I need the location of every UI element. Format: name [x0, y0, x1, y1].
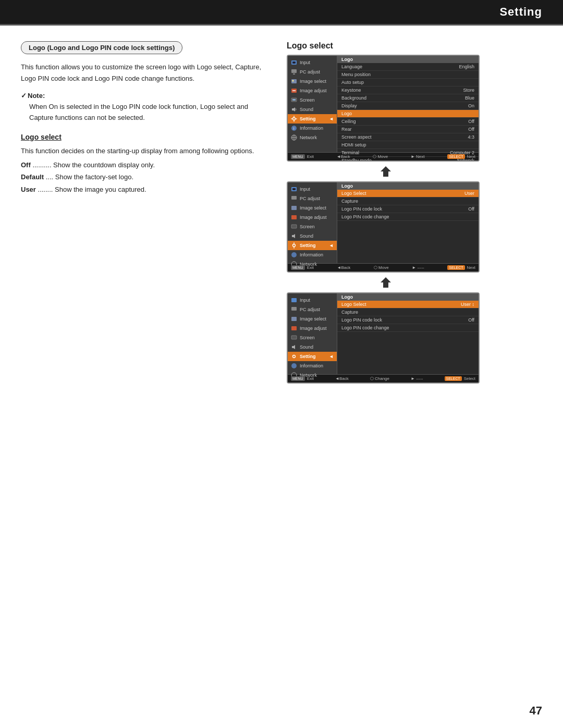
svg-rect-2	[291, 69, 297, 73]
sidebar-information: i Information	[288, 124, 337, 133]
svg-rect-27	[291, 225, 297, 228]
svg-rect-13	[293, 121, 295, 122]
note-label: Note:	[21, 92, 271, 100]
s2-sound: Sound	[288, 231, 337, 241]
sidebar-network: Network	[288, 133, 337, 142]
proj-menu-title-1: Logo	[337, 56, 479, 63]
proj-main-3: Logo Logo Select User ↕ Capture Logo PIN…	[337, 293, 479, 374]
svg-rect-15	[296, 118, 297, 119]
svg-point-42	[291, 363, 297, 368]
svg-marker-21	[381, 166, 391, 177]
s3-input: Input	[288, 295, 337, 305]
svg-rect-38	[291, 326, 297, 330]
svg-point-5	[292, 80, 294, 82]
row-logo-highlighted: Logo	[337, 110, 479, 118]
svg-rect-30	[293, 243, 295, 244]
svg-point-41	[293, 355, 296, 358]
right-label: Logo select	[287, 41, 485, 51]
s3-setting-active: Setting ◄	[288, 352, 337, 361]
sidebar-sound: Sound	[288, 105, 337, 114]
s2-screen: Screen	[288, 222, 337, 231]
row-screen-aspect: Screen aspect 4:3	[337, 133, 479, 141]
row-menu-position: Menu position	[337, 71, 479, 79]
s2-row-pin-lock: Logo PIN code lock Off	[337, 205, 479, 213]
projector-screen-1: Input PC adjust Image select Image adjus…	[287, 55, 480, 162]
svg-rect-12	[293, 116, 295, 117]
page-number: 47	[530, 704, 542, 718]
s2-image-adjust: Image adjust	[288, 213, 337, 222]
svg-rect-25	[291, 206, 297, 210]
row-auto-setup: Auto setup	[337, 79, 479, 87]
sidebar-screen: Screen	[288, 95, 337, 105]
s2-row-capture: Capture	[337, 198, 479, 205]
s3-screen: Screen	[288, 333, 337, 342]
section-title-box: Logo (Logo and Logo PIN code lock settin…	[21, 41, 182, 54]
svg-rect-37	[291, 317, 297, 321]
svg-rect-39	[291, 336, 297, 339]
svg-marker-40	[292, 345, 295, 349]
svg-rect-26	[291, 215, 297, 219]
note-text: When On is selected in the Logo PIN code…	[29, 102, 271, 124]
logo-select-subheading: Logo select	[21, 133, 271, 141]
page-header: Setting	[0, 0, 563, 24]
s3-row-logo-select: Logo Select User ↕	[337, 301, 479, 309]
svg-rect-23	[292, 188, 296, 190]
s3-sound: Sound	[288, 342, 337, 352]
proj-sidebar-3: Input PC adjust Image select Image adjus…	[288, 293, 337, 374]
right-column: Logo select Input PC adjust Image	[287, 41, 485, 384]
svg-marker-28	[292, 234, 295, 238]
logo-option-user: User ........ Show the image you capture…	[21, 183, 271, 195]
svg-rect-14	[291, 118, 292, 119]
proj-sidebar-1: Input PC adjust Image select Image adjus…	[288, 56, 337, 152]
sidebar-image-adjust: Image adjust	[288, 86, 337, 95]
svg-point-32	[291, 252, 297, 257]
projector-screen-2: Input PC adjust Image select Image adjus…	[287, 181, 480, 273]
s2-row-pin-change: Logo PIN code change	[337, 213, 479, 221]
proj-menu-title-3-logo: Logo	[337, 293, 479, 301]
logo-option-off: Off .......... Show the countdown displa…	[21, 159, 271, 171]
svg-rect-3	[293, 73, 295, 75]
proj-inner-3: Input PC adjust Image select Image adjus…	[288, 293, 479, 374]
s3-row-pin-lock: Logo PIN code lock Off	[337, 316, 479, 324]
svg-point-11	[293, 118, 296, 120]
s2-image-select: Image select	[288, 203, 337, 213]
left-column: Logo (Logo and Logo PIN code lock settin…	[21, 41, 271, 384]
row-hdmi: HDMI setup	[337, 141, 479, 149]
section-body: This function allows you to customize th…	[21, 61, 271, 84]
svg-marker-34	[381, 277, 391, 288]
sidebar-image-select: Image select	[288, 77, 337, 86]
sidebar-pc-adjust: PC adjust	[288, 67, 337, 77]
sidebar-setting-active: Setting ◄	[288, 114, 337, 124]
s2-row-logo-select: Logo Select User	[337, 190, 479, 198]
s3-row-capture: Capture	[337, 309, 479, 316]
s2-information: Information	[288, 250, 337, 260]
s3-row-pin-change: Logo PIN code change	[337, 324, 479, 332]
svg-point-29	[293, 244, 296, 247]
logo-options: Off .......... Show the countdown displa…	[21, 159, 271, 195]
row-display: Display On	[337, 102, 479, 110]
proj-sidebar-2: Input PC adjust Image select Image adjus…	[288, 182, 337, 263]
svg-rect-36	[291, 307, 297, 311]
s2-input: Input	[288, 184, 337, 194]
s2-setting-active: Setting ◄	[288, 241, 337, 250]
projector-screen-3: Input PC adjust Image select Image adjus…	[287, 292, 480, 384]
s3-pc-adjust: PC adjust	[288, 305, 337, 314]
proj-menu-title-2-logo: Logo	[337, 182, 479, 190]
arrow-down-2	[287, 273, 485, 292]
header-title: Setting	[499, 5, 542, 18]
row-background: Background Blue	[337, 94, 479, 102]
section-title: Logo (Logo and Logo PIN code lock settin…	[29, 44, 175, 52]
logo-option-default: Default .... Show the factory-set logo.	[21, 171, 271, 183]
row-ceiling: Ceiling Off	[337, 118, 479, 126]
logo-desc: This function decides on the starting-up…	[21, 145, 271, 157]
row-language: Language English	[337, 63, 479, 71]
proj-inner-1: Input PC adjust Image select Image adjus…	[288, 56, 479, 152]
content-area: Logo (Logo and Logo PIN code lock settin…	[0, 26, 563, 399]
proj-main-2: Logo Logo Select User Capture Logo PIN c…	[337, 182, 479, 263]
s3-information: Information	[288, 361, 337, 371]
proj-main-1: Logo Language English Menu position Auto…	[337, 56, 479, 152]
s3-image-adjust: Image adjust	[288, 324, 337, 333]
s3-image-select: Image select	[288, 314, 337, 324]
svg-rect-35	[291, 298, 297, 302]
svg-rect-4	[291, 79, 297, 83]
